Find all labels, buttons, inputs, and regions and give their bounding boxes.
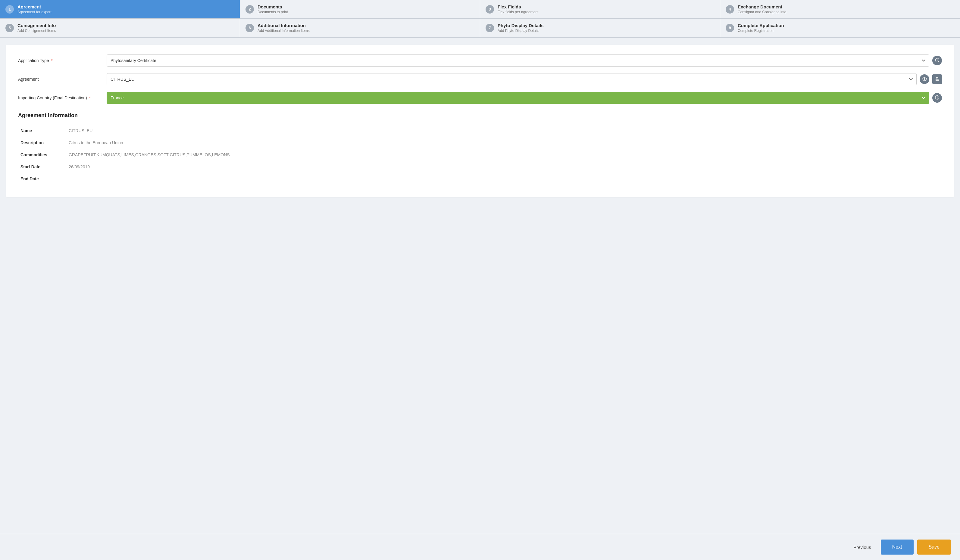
agreement-print-button[interactable]: 🖶 [932, 74, 942, 84]
step-title-3: Flex Fields [498, 4, 538, 10]
required-star-1: * [50, 58, 53, 63]
next-button[interactable]: Next [881, 539, 914, 555]
info-icon-1: ⓘ [935, 58, 939, 63]
wizard-step-3[interactable]: 3 Flex Fields Flex fields per agreement [480, 0, 720, 19]
step-sub-8: Complete Registration [738, 29, 784, 33]
agreement-control: CITRUS_EU ⓘ 🖶 [107, 73, 942, 85]
importing-country-row: Importing Country (Final Destination) * … [18, 92, 942, 104]
agreement-info-button[interactable]: ⓘ [920, 74, 929, 84]
step-title-7: Phyto Display Details [498, 23, 544, 28]
step-number-7: 7 [486, 24, 494, 32]
main-content: Application Type * Phytosanitary Certifi… [0, 38, 960, 534]
info-label-end-date: End Date [18, 173, 66, 185]
step-sub-7: Add Phyto Display Details [498, 29, 544, 33]
wizard-steps: 1 Agreement Agreement for export 2 Docum… [0, 0, 960, 38]
step-title-2: Documents [258, 4, 288, 10]
step-sub-2: Documents to print [258, 10, 288, 14]
step-title-4: Exchange Document [738, 4, 786, 10]
step-sub-3: Flex fields per agreement [498, 10, 538, 14]
wizard-step-6[interactable]: 6 Additional Information Add Additional … [240, 19, 480, 37]
step-title-5: Consignment Info [18, 23, 56, 28]
step-number-3: 3 [486, 5, 494, 14]
agreement-info-table: Name CITRUS_EU Description Citrus to the… [18, 124, 942, 185]
importing-country-control: France ⓘ [107, 92, 942, 104]
application-type-label: Application Type * [18, 58, 102, 63]
footer-bar: Previous Next Save [0, 534, 960, 560]
previous-button[interactable]: Previous [847, 539, 877, 555]
wizard-step-2[interactable]: 2 Documents Documents to print [240, 0, 480, 19]
wizard-row-1: 1 Agreement Agreement for export 2 Docum… [0, 0, 960, 19]
step-sub-1: Agreement for export [18, 10, 51, 14]
application-type-info-button[interactable]: ⓘ [932, 56, 942, 65]
step-number-2: 2 [245, 5, 254, 14]
step-title-1: Agreement [18, 4, 51, 10]
step-number-5: 5 [5, 24, 14, 32]
info-label-start-date: Start Date [18, 161, 66, 173]
info-label-description: Description [18, 137, 66, 149]
agreement-label: Agreement [18, 77, 102, 81]
wizard-step-8[interactable]: 8 Complete Application Complete Registra… [720, 19, 960, 37]
step-number-4: 4 [726, 5, 734, 14]
info-label-name: Name [18, 124, 66, 137]
step-sub-6: Add Additional Information Items [258, 29, 310, 33]
wizard-step-5[interactable]: 5 Consignment Info Add Consignment Items [0, 19, 240, 37]
required-star-2: * [88, 96, 91, 100]
wizard-step-7[interactable]: 7 Phyto Display Details Add Phyto Displa… [480, 19, 720, 37]
info-value-name: CITRUS_EU [66, 124, 942, 137]
wizard-row-2: 5 Consignment Info Add Consignment Items… [0, 19, 960, 37]
print-icon: 🖶 [935, 77, 939, 81]
info-row-description: Description Citrus to the European Union [18, 137, 942, 149]
agreement-select[interactable]: CITRUS_EU [107, 73, 917, 85]
step-title-6: Additional Information [258, 23, 310, 28]
step-number-1: 1 [5, 5, 14, 14]
step-title-8: Complete Application [738, 23, 784, 28]
info-label-commodities: Commodities [18, 149, 66, 161]
application-type-select[interactable]: Phytosanitary Certificate [107, 54, 929, 67]
step-sub-5: Add Consignment Items [18, 29, 56, 33]
step-number-6: 6 [245, 24, 254, 32]
agreement-info-title: Agreement Information [18, 112, 942, 119]
wizard-step-1[interactable]: 1 Agreement Agreement for export [0, 0, 240, 19]
agreement-row: Agreement CITRUS_EU ⓘ 🖶 [18, 73, 942, 85]
application-type-row: Application Type * Phytosanitary Certifi… [18, 54, 942, 67]
info-icon-3: ⓘ [935, 95, 939, 101]
agreement-information-section: Agreement Information Name CITRUS_EU Des… [18, 112, 942, 185]
application-type-control: Phytosanitary Certificate ⓘ [107, 54, 942, 67]
step-number-8: 8 [726, 24, 734, 32]
info-value-start-date: 26/09/2019 [66, 161, 942, 173]
info-icon-2: ⓘ [922, 77, 926, 82]
info-row-commodities: Commodities GRAPEFRUIT,KUMQUATS,LIMES,OR… [18, 149, 942, 161]
info-value-commodities: GRAPEFRUIT,KUMQUATS,LIMES,ORANGES,SOFT C… [66, 149, 942, 161]
importing-country-info-button[interactable]: ⓘ [932, 93, 942, 103]
save-button[interactable]: Save [917, 539, 951, 555]
importing-country-select[interactable]: France [107, 92, 929, 104]
wizard-step-4[interactable]: 4 Exchange Document Consignor and Consig… [720, 0, 960, 19]
step-sub-4: Consignor and Consignee info [738, 10, 786, 14]
info-value-end-date [66, 173, 942, 185]
info-row-end-date: End Date [18, 173, 942, 185]
info-row-start-date: Start Date 26/09/2019 [18, 161, 942, 173]
info-value-description: Citrus to the European Union [66, 137, 942, 149]
form-card: Application Type * Phytosanitary Certifi… [6, 45, 954, 197]
importing-country-label: Importing Country (Final Destination) * [18, 96, 102, 100]
info-row-name: Name CITRUS_EU [18, 124, 942, 137]
